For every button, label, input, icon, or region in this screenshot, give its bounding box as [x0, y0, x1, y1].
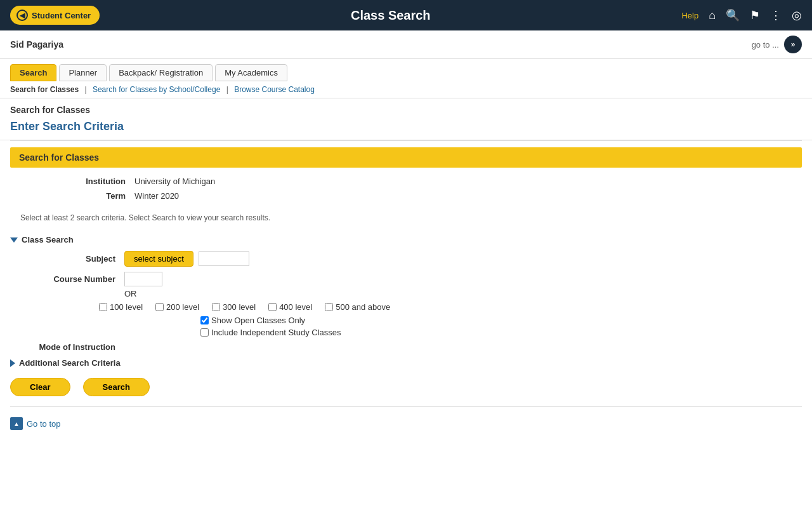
level-100-checkbox-item[interactable]: 100 level — [99, 302, 143, 312]
level-400-label: 400 level — [279, 302, 312, 312]
user-name: Sid Pagariya — [10, 39, 63, 50]
open-classes-row: Show Open Classes Only — [200, 316, 802, 325]
level-200-checkbox-item[interactable]: 200 level — [155, 302, 199, 312]
additional-search-criteria-section: Additional Search Criteria — [10, 358, 802, 368]
mode-of-instruction-row: Mode of Instruction — [10, 342, 802, 352]
info-text: Select at least 2 search criteria. Selec… — [10, 210, 802, 229]
page-title-header: Class Search — [100, 8, 681, 23]
class-search-toggle[interactable]: Class Search — [10, 235, 802, 244]
institution-value: University of Michigan — [134, 177, 215, 186]
level-500-label: 500 and above — [336, 302, 390, 312]
subject-label: Subject — [10, 254, 124, 264]
go-to-top-label: Go to top — [27, 419, 60, 429]
nav-icon[interactable]: ◎ — [792, 8, 802, 22]
footer-divider — [10, 406, 802, 407]
subject-row: Subject select subject — [10, 251, 802, 267]
level-500-checkbox[interactable] — [325, 303, 333, 311]
search-button[interactable]: Search — [83, 378, 150, 396]
level-100-label: 100 level — [110, 302, 143, 312]
header: ◀ Student Center Class Search Help ⌂ 🔍 ⚑… — [0, 0, 812, 30]
clear-button[interactable]: Clear — [10, 378, 70, 396]
subject-text-input[interactable] — [199, 251, 249, 266]
goto-area: go to ... » — [752, 36, 802, 53]
buttons-row: Clear Search — [10, 378, 802, 396]
subnav-search-for-classes[interactable]: Search for Classes — [10, 85, 79, 94]
show-open-classes-checkbox[interactable] — [200, 316, 209, 324]
level-500-checkbox-item[interactable]: 500 and above — [325, 302, 390, 312]
search-for-classes-section: Search for Classes Institution Universit… — [10, 147, 802, 229]
institution-label: Institution — [20, 177, 134, 186]
level-300-checkbox[interactable] — [212, 303, 220, 311]
sub-nav: Search for Classes | Search for Classes … — [0, 81, 812, 98]
course-number-input[interactable] — [124, 272, 162, 286]
level-100-checkbox[interactable] — [99, 303, 107, 311]
tab-backpack[interactable]: Backpack/ Registration — [109, 64, 213, 81]
level-400-checkbox[interactable] — [268, 303, 277, 311]
course-number-row: Course Number — [10, 272, 802, 286]
indep-study-row: Include Independent Study Classes — [200, 328, 802, 337]
more-icon[interactable]: ⋮ — [770, 8, 782, 22]
tabs-bar: Search Planner Backpack/ Registration My… — [0, 59, 812, 81]
go-top-icon: ▲ — [10, 417, 23, 430]
level-200-label: 200 level — [166, 302, 199, 312]
goto-button[interactable]: » — [784, 36, 802, 53]
or-text: OR — [124, 289, 137, 298]
page-subtitle: Enter Search Criteria — [0, 117, 812, 140]
subnav-browse-catalog[interactable]: Browse Course Catalog — [234, 85, 315, 94]
level-300-checkbox-item[interactable]: 300 level — [212, 302, 256, 312]
toggle-arrow-icon — [10, 237, 18, 243]
help-link[interactable]: Help — [681, 11, 698, 20]
go-to-top-link[interactable]: ▲ Go to top — [0, 412, 812, 435]
include-indep-study-checkbox[interactable] — [200, 328, 209, 337]
tab-my-academics[interactable]: My Academics — [215, 64, 287, 81]
tab-search[interactable]: Search — [10, 64, 56, 81]
show-open-classes-label[interactable]: Show Open Classes Only — [211, 316, 305, 325]
home-icon[interactable]: ⌂ — [709, 9, 716, 22]
header-right: Help ⌂ 🔍 ⚑ ⋮ ◎ — [681, 8, 802, 22]
level-200-checkbox[interactable] — [155, 303, 164, 311]
mode-label: Mode of Instruction — [10, 342, 124, 352]
term-value: Winter 2020 — [134, 191, 179, 201]
level-400-checkbox-item[interactable]: 400 level — [268, 302, 312, 312]
level-checkboxes-row: 100 level 200 level 300 level 400 level … — [10, 302, 802, 312]
goto-label: go to ... — [752, 40, 779, 50]
top-bar: Sid Pagariya go to ... » — [0, 30, 812, 59]
page-section-title: Search for Classes — [0, 98, 812, 117]
include-indep-study-label[interactable]: Include Independent Study Classes — [211, 328, 341, 337]
additional-criteria-label: Additional Search Criteria — [19, 358, 121, 368]
additional-criteria-toggle[interactable]: Additional Search Criteria — [10, 358, 802, 368]
tab-planner[interactable]: Planner — [59, 64, 107, 81]
additional-toggle-arrow-icon — [10, 359, 15, 367]
section-header: Search for Classes — [10, 147, 802, 168]
student-center-button[interactable]: ◀ Student Center — [10, 6, 100, 25]
course-number-label: Course Number — [10, 274, 124, 284]
form-area: Institution University of Michigan Term … — [10, 168, 802, 210]
class-search-toggle-label: Class Search — [22, 235, 74, 244]
term-row: Term Winter 2020 — [20, 191, 792, 201]
select-subject-button[interactable]: select subject — [124, 251, 193, 267]
institution-row: Institution University of Michigan — [20, 177, 792, 186]
student-center-label: Student Center — [32, 11, 91, 20]
class-search-subsection: Class Search Subject select subject Cour… — [10, 235, 802, 352]
or-row: OR — [10, 289, 802, 298]
level-300-label: 300 level — [223, 302, 256, 312]
search-icon[interactable]: 🔍 — [726, 8, 740, 22]
flag-icon[interactable]: ⚑ — [750, 8, 760, 22]
term-label: Term — [20, 191, 134, 201]
subnav-search-by-school[interactable]: Search for Classes by School/College — [93, 85, 220, 94]
back-arrow-icon: ◀ — [16, 10, 28, 21]
